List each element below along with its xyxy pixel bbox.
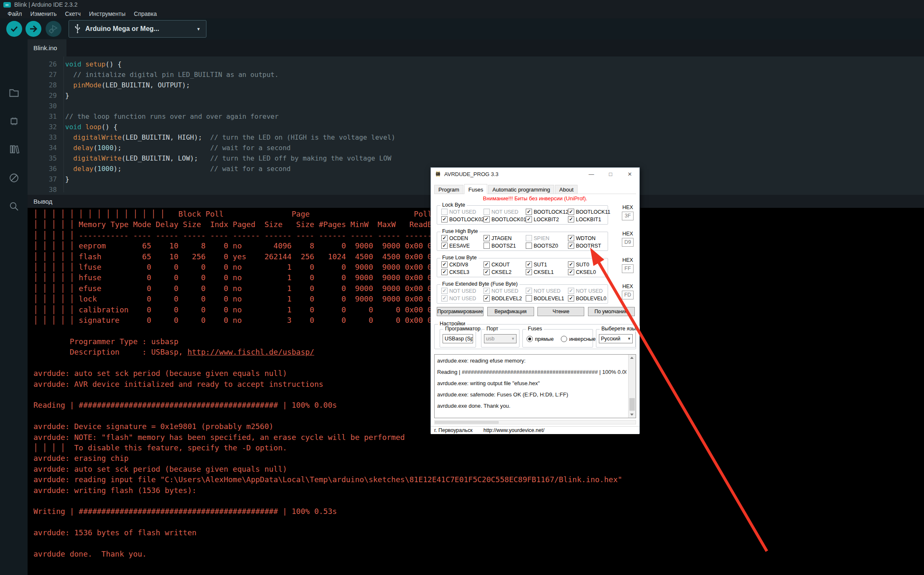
fuse-checkbox-bodlevel1[interactable]: BODLEVEL1 — [526, 295, 568, 302]
scroll-up-icon[interactable] — [629, 355, 635, 361]
minimize-button[interactable]: — — [582, 168, 601, 180]
checkbox-icon: ✓ — [441, 235, 448, 241]
menu-item-файл[interactable]: Файл — [3, 10, 26, 17]
fuse-checkbox-bootlock02[interactable]: ✓BOOTLOCK02 — [441, 216, 484, 222]
radio-инверсные[interactable]: инверсные — [561, 336, 596, 342]
log-line: avrdude.exe: reading efuse memory: — [437, 358, 626, 364]
dialog-tab-program[interactable]: Program — [434, 185, 463, 194]
maximize-button[interactable]: □ — [601, 168, 620, 180]
checkbox-icon: ✓ — [568, 235, 574, 241]
fuse-checkbox-ckout[interactable]: ✓CKOUT — [484, 261, 526, 268]
line-number: 26 — [28, 59, 57, 69]
upload-button[interactable] — [25, 21, 41, 37]
fuse-checkbox-lockbit1[interactable]: ✓LOCKBIT1 — [568, 216, 610, 222]
dialog-tab-automatic-programming[interactable]: Automatic programming — [488, 185, 554, 194]
checkbox-label: BOOTRST — [576, 243, 601, 249]
verify-button[interactable] — [6, 21, 22, 37]
code-line: } — [65, 174, 395, 184]
checkbox-icon: ✓ — [484, 295, 490, 302]
debug-button[interactable] — [46, 21, 61, 37]
dialog-status-bar: г. Первоуральск http://www.yourdevice.ne… — [431, 426, 639, 434]
fuse-checkbox-bodlevel2[interactable]: ✓BODLEVEL2 — [484, 295, 526, 302]
dialog-button-чтение[interactable]: Чтение — [537, 307, 584, 316]
hex-value: 3F — [622, 212, 634, 220]
close-button[interactable]: ✕ — [620, 168, 639, 180]
language-select[interactable]: Русский ▼ — [599, 334, 633, 343]
log-horizontal-scrollbar[interactable] — [434, 420, 636, 424]
hex-label: HEX — [618, 231, 637, 237]
fuse-checkbox-sut1[interactable]: ✓SUT1 — [526, 261, 568, 268]
fuse-checkbox-lockbit2[interactable]: ✓LOCKBIT2 — [526, 216, 568, 222]
sidebar-item-sketchbook[interactable] — [0, 80, 28, 105]
sidebar-item-search[interactable] — [0, 194, 28, 219]
dialog-tab-about[interactable]: About — [555, 185, 578, 194]
port-legend: Порт — [485, 326, 500, 332]
scrollbar-thumb[interactable] — [435, 421, 499, 424]
fuse-group-row: Lock ByteNOT USEDNOT USED✓BOOTLOCK12✓BOO… — [437, 205, 636, 225]
scrollbar-thumb[interactable] — [629, 398, 635, 411]
fuse-checkbox-not-used: NOT USED — [441, 209, 484, 215]
board-selector[interactable]: Arduino Mega or Meg... ▼ — [69, 20, 206, 38]
fuse-checkbox-bootlock01[interactable]: ✓BOOTLOCK01 — [484, 216, 526, 222]
checkbox-icon: ✓ — [441, 288, 448, 294]
programmer-select[interactable]: USBasp (Sp ▼ — [443, 334, 473, 343]
hex-label: HEX — [618, 257, 637, 263]
fuse-checkbox-cksel0[interactable]: ✓CKSEL0 — [568, 269, 610, 275]
sidebar-item-boards-manager[interactable] — [0, 108, 28, 133]
fuse-checkbox-bootrst[interactable]: ✓BOOTRST — [568, 243, 610, 249]
fuse-checkbox-cksel3[interactable]: ✓CKSEL3 — [441, 269, 484, 275]
search-icon — [8, 201, 20, 212]
fuse-checkbox-sut0[interactable]: ✓SUT0 — [568, 261, 610, 268]
radio-прямые[interactable]: прямые — [527, 336, 554, 342]
checkbox-icon: ✓ — [484, 269, 490, 275]
dialog-tab-fuses[interactable]: Fuses — [464, 184, 487, 194]
avrdude-log[interactable]: avrdude.exe: reading efuse memory:Readin… — [434, 354, 636, 418]
avrdude-prog-dialog: AVRDUDE_PROG 3.3 —□✕ ProgramFusesAutomat… — [430, 167, 640, 434]
sidebar-item-debug[interactable] — [0, 165, 28, 190]
menu-item-инструменты[interactable]: Инструменты — [85, 10, 130, 17]
fuse-checkbox-bootlock11[interactable]: ✓BOOTLOCK11 — [568, 209, 610, 215]
code-line: pinMode(LED_BUILTIN, OUTPUT); — [65, 80, 395, 90]
checkbox-label: BOOTSZ1 — [491, 243, 516, 249]
dialog-title-bar[interactable]: AVRDUDE_PROG 3.3 —□✕ — [431, 168, 639, 180]
fuse-checkbox-wdton[interactable]: ✓WDTON — [568, 235, 610, 241]
dialog-tabs: ProgramFusesAutomatic programmingAbout — [434, 183, 636, 194]
fuse-checkbox-not-used: ✓NOT USED — [441, 288, 484, 294]
sidebar-item-library-manager[interactable] — [0, 136, 28, 161]
checkbox-label: EESAVE — [449, 243, 470, 249]
fuse-checkbox-cksel1[interactable]: ✓CKSEL1 — [526, 269, 568, 275]
fuse-checkbox-jtagen[interactable]: ✓JTAGEN — [484, 235, 526, 241]
dialog-button-программирование[interactable]: Программирование — [437, 307, 484, 316]
dialog-action-buttons: ПрограммированиеВерификацияЧтениеПо умол… — [437, 307, 635, 316]
fuse-checkbox-ckdiv8[interactable]: ✓CKDIV8 — [441, 261, 484, 268]
circle-slash-icon — [8, 172, 20, 184]
fuse-checkbox-eesave[interactable]: ✓EESAVE — [441, 243, 484, 249]
fuse-checkbox-bootsz0[interactable]: BOOTSZ0 — [526, 243, 568, 249]
checkbox-icon — [526, 243, 532, 249]
fuse-checkbox-bootsz1[interactable]: BOOTSZ1 — [484, 243, 526, 249]
hex-label: HEX — [618, 204, 637, 210]
port-value: usb — [486, 336, 494, 342]
log-vertical-scrollbar[interactable] — [628, 355, 636, 418]
fuse-group-lock-byte: Lock ByteNOT USEDNOT USED✓BOOTLOCK12✓BOO… — [437, 205, 608, 225]
fuse-checkbox-ocden[interactable]: ✓OCDEN — [441, 235, 484, 241]
dialog-button-по-умолчанию[interactable]: По умолчанию — [588, 307, 635, 316]
menu-item-скетч[interactable]: Скетч — [61, 10, 85, 17]
code-line: // initialize digital pin LED_BUILTIN as… — [65, 69, 395, 80]
fuse-checkbox-bootlock12[interactable]: ✓BOOTLOCK12 — [526, 209, 568, 215]
checkbox-label: BOOTLOCK01 — [491, 217, 526, 222]
window-title: Blink | Arduino IDE 2.3.2 — [14, 1, 78, 8]
menu-item-изменить[interactable]: Изменить — [26, 10, 61, 17]
checkbox-label: BOOTLOCK02 — [449, 217, 484, 222]
fuse-checkbox-cksel2[interactable]: ✓CKSEL2 — [484, 269, 526, 275]
tab-blink-ino[interactable]: Blink.ino — [28, 39, 66, 56]
board-selector-label: Arduino Mega or Meg... — [85, 25, 159, 33]
checkbox-icon: ✓ — [526, 288, 532, 294]
scroll-down-icon[interactable] — [629, 411, 635, 418]
fuse-checkbox-bodlevel0[interactable]: ✓BODLEVEL0 — [568, 295, 610, 302]
line-number: 33 — [28, 132, 57, 143]
dialog-button-верификация[interactable]: Верификация — [487, 307, 534, 316]
dialog-window-controls: —□✕ — [582, 168, 639, 180]
menu-item-справка[interactable]: Справка — [130, 10, 161, 17]
line-number: 38 — [28, 184, 57, 195]
